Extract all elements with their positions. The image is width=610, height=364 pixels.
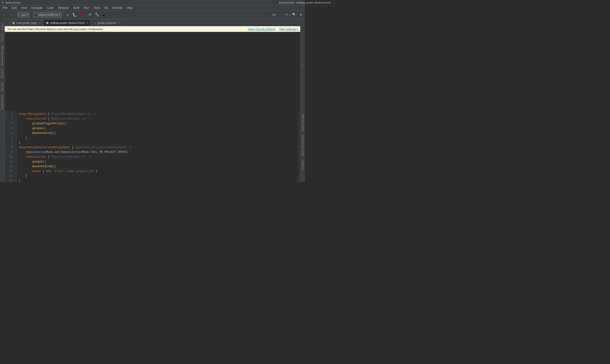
menu-build[interactable]: Build (71, 6, 81, 10)
run-button[interactable]: ▶ (65, 12, 71, 18)
tab-label-gradle-properties: gradle.properties (97, 21, 117, 24)
git-toolbar-btn1[interactable]: ⟳ (286, 13, 288, 16)
menu-code[interactable]: Code (45, 6, 56, 10)
notification-actions: Open (Ctrl+Alt+Shift+S) Hide notificatio… (248, 28, 298, 30)
fold-arrow-10[interactable]: ▼ (5, 155, 6, 159)
code-kw-pluginmanagement: pluginManagement (19, 112, 46, 117)
tab-close-build-gradle[interactable]: ✕ (38, 22, 40, 24)
project-dropdown-label: app (21, 13, 26, 16)
git-label: Git: (272, 13, 276, 16)
window-title: ButtonCheck (5, 1, 21, 4)
panel-tab-project[interactable]: Project (0, 21, 4, 32)
code-line-11: google () (19, 159, 297, 164)
toolbar-separator-4 (86, 13, 86, 17)
fold-arrow-8[interactable]: ▼ (5, 145, 6, 150)
line-num-3: 3 (5, 121, 14, 126)
stop-button[interactable]: ■ (78, 12, 84, 18)
code-line-2: repositories { RepositoryHandler it -> (19, 117, 297, 121)
menu-navigate[interactable]: Navigate (29, 6, 45, 10)
tab-gradle-properties[interactable]: ⚙ gradle.properties ✕ (91, 20, 123, 26)
code-line-7: } (19, 140, 297, 145)
code-line-15: } (19, 178, 297, 182)
menu-bar: File Edit View Navigate Code Refactor Bu… (0, 5, 305, 11)
git-check1: ✓ (277, 13, 280, 16)
device-dropdown-arrow: ▾ (59, 13, 60, 16)
sync-button[interactable]: ⟳ (87, 12, 93, 18)
line-num-15: 15 (5, 178, 14, 182)
menu-edit[interactable]: Edit (10, 6, 19, 10)
app-icon: ■ (2, 1, 4, 4)
menu-file[interactable]: File (1, 6, 9, 10)
code-line-4: google () (19, 126, 297, 131)
left-panel-tabs: Project Commit Resource Manager Structur… (0, 19, 5, 111)
line-num-1: ▼ 1 (5, 112, 14, 117)
tab-close-gradle-properties[interactable]: ✕ (118, 22, 120, 24)
panel-tab-build-variants[interactable]: Build Variants (0, 93, 4, 111)
tab-build-gradle[interactable]: 🐘 build.gradle (app) ✕ (10, 20, 43, 26)
line-num-9: 9 (5, 150, 14, 155)
code-line-1: pluginManagement { PluginManagementSpec … (19, 112, 297, 117)
right-sidebar-emulator[interactable]: Emulator (301, 158, 305, 171)
device-dropdown-label: Nexus 10 API 30 (38, 13, 58, 16)
code-line-3: gradlePluginPortal () (19, 121, 297, 126)
menu-tools[interactable]: Tools (91, 6, 102, 10)
code-line-6: } (19, 136, 297, 140)
tab-settings-gradle[interactable]: 🐘 settings.gradle (ButtonCheck) ✕ (43, 20, 91, 26)
settings-button[interactable]: ⚙ (298, 12, 304, 18)
line-num-14: 14 (5, 174, 14, 178)
line-num-2: ▼ 2 (5, 117, 14, 121)
git-check2: ✓ (280, 13, 283, 16)
git-toolbar-btn2[interactable]: ↓ (289, 13, 290, 16)
menu-view[interactable]: View (19, 6, 29, 10)
right-sidebar-device-file-explorer[interactable]: Device File Explorer (301, 133, 305, 158)
menu-refactor[interactable]: Refactor (56, 6, 71, 10)
right-sidebar: Device Manager Device File Explorer Emul… (300, 111, 305, 182)
toolbar: ← → ▶ app ▾ 📱 Nexus 10 API 30 ▾ ▶ 🐛 ■ ⟳ … (0, 11, 305, 19)
tab-label-build-gradle: build.gradle (app) (16, 21, 37, 24)
search-button[interactable]: 🔍 (291, 12, 297, 18)
right-sidebar-device-manager[interactable]: Device Manager (301, 112, 305, 133)
code-line-9: repositoriesMode . set (RepositoriesMode… (19, 150, 297, 155)
code-line-12: mavenCentral () (19, 164, 297, 169)
line-num-11: 11 (5, 159, 14, 164)
avd-button[interactable]: 📱 (101, 12, 106, 18)
panel-tab-structure[interactable]: Structure (0, 67, 4, 80)
forward-button[interactable]: → (8, 12, 14, 18)
tab-gradle-icon-1: 🐘 (12, 22, 15, 24)
gutter-checkmark: ✓ (302, 63, 304, 67)
menu-git[interactable]: Git (103, 6, 110, 10)
notification-message: You can use the Project Structure dialog… (7, 28, 103, 30)
project-dropdown[interactable]: ▶ app ▾ (17, 12, 30, 18)
device-dropdown[interactable]: 📱 Nexus 10 API 30 ▾ (33, 12, 62, 18)
code-line-13: maven { url "https://www.jitpack.io" } (19, 169, 297, 174)
line-num-6: 6 (5, 136, 14, 140)
panel-tab-resource-manager[interactable]: Resource Manager (0, 44, 4, 67)
toolbar-separator-5 (108, 13, 108, 17)
code-editor[interactable]: pluginManagement { PluginManagementSpec … (17, 111, 297, 182)
code-line-10: repositories { RepositoryHandler it -> (19, 155, 297, 159)
right-annotations (297, 111, 300, 182)
back-button[interactable]: ← (1, 12, 7, 18)
toolbar-separator-1 (15, 13, 15, 17)
code-line-8: dependencyResolutionManagement { Depende… (19, 145, 297, 150)
line-num-10: ▼ 10 (5, 155, 14, 159)
toolbar-separator-2 (31, 13, 31, 17)
menu-help[interactable]: Help (125, 6, 135, 10)
fold-arrow-1[interactable]: ▼ (5, 112, 6, 117)
panel-tab-commit[interactable]: Commit (0, 32, 4, 43)
fold-arrow-2[interactable]: ▼ (5, 117, 6, 121)
notification-hide-link[interactable]: Hide notification (279, 28, 298, 30)
tab-close-settings-gradle[interactable]: ✕ (86, 22, 88, 24)
left-sidebar-strip (0, 111, 5, 182)
title-bar: ■ ButtonCheck ButtonCheck - settings.gra… (0, 0, 305, 5)
line-num-13: 13 (5, 169, 14, 174)
debug-button[interactable]: 🐛 (72, 12, 78, 18)
notification-open-link[interactable]: Open (Ctrl+Alt+Shift+S) (248, 28, 275, 30)
panel-tab-favorites[interactable]: Favorites (0, 80, 4, 93)
project-dropdown-arrow: ▾ (27, 13, 28, 16)
menu-run[interactable]: Run (82, 6, 91, 10)
tab-area: Project Commit Resource Manager Structur… (0, 19, 305, 111)
sdk-button[interactable]: 🔧 (94, 12, 100, 18)
menu-window[interactable]: Window (110, 6, 124, 10)
tab-gradle-icon-2: 🐘 (46, 22, 49, 24)
